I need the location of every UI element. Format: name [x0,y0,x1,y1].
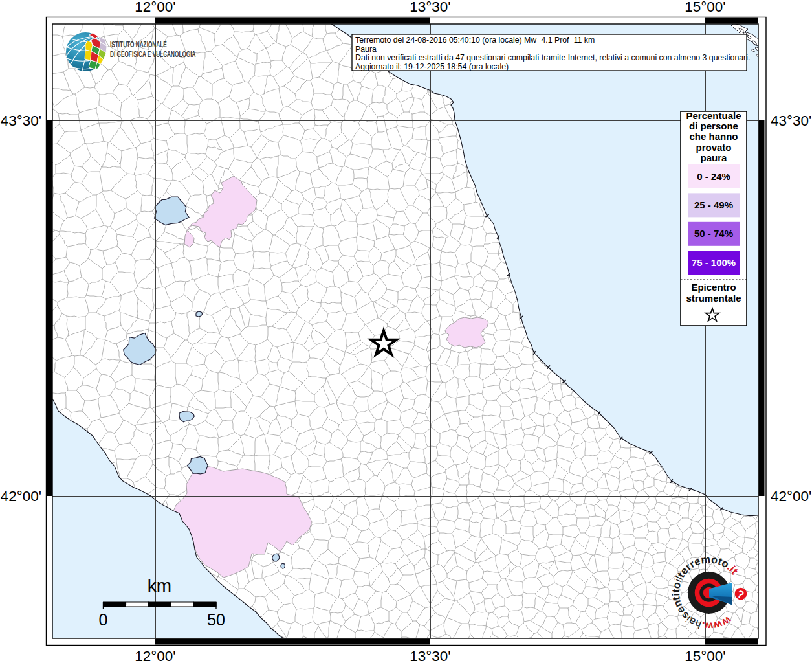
svg-text:Dati non verificati estratti d: Dati non verificati estratti da 47 quest… [355,53,750,62]
svg-text:12°00': 12°00' [135,0,175,15]
svg-text:42°00': 42°00' [1,488,41,504]
svg-text:Terremoto del 24-08-2016 05:40: Terremoto del 24-08-2016 05:40:10 (ora l… [355,36,595,45]
svg-text:Paura: Paura [355,45,377,54]
svg-text:provato: provato [696,142,731,153]
svg-text:strumentale: strumentale [686,293,741,304]
svg-text:43°30': 43°30' [1,113,41,129]
svg-text:13°30': 13°30' [410,0,450,15]
svg-text:km: km [148,576,171,596]
svg-text:42°00': 42°00' [771,488,811,504]
svg-text:Percentuale: Percentuale [686,110,741,121]
svg-text:di persone: di persone [689,120,738,131]
svg-text:Epicentro: Epicentro [691,282,736,293]
svg-text:25 - 49%: 25 - 49% [694,199,733,210]
svg-text:DI GEOFISICA E VULCANOLOGIA: DI GEOFISICA E VULCANOLOGIA [110,50,196,59]
svg-text:50 - 74%: 50 - 74% [694,228,733,239]
svg-text:12°00': 12°00' [135,648,175,663]
svg-text:13°30': 13°30' [410,648,450,663]
svg-text:75 - 100%: 75 - 100% [692,257,736,268]
svg-text:ISTITUTO NAZIONALE: ISTITUTO NAZIONALE [110,40,167,49]
svg-text:che hanno: che hanno [689,131,738,142]
svg-text:0 - 24%: 0 - 24% [697,171,730,182]
svg-text:0: 0 [99,611,108,629]
svg-text:Aggiornato il: 19-12-2025 18:5: Aggiornato il: 19-12-2025 18:54 (ora loc… [355,62,509,71]
svg-text:43°30': 43°30' [771,113,811,129]
svg-text:15°00': 15°00' [685,648,725,663]
svg-text:15°00': 15°00' [685,0,725,15]
svg-text:50: 50 [207,611,225,629]
svg-text:paura: paura [701,152,728,163]
